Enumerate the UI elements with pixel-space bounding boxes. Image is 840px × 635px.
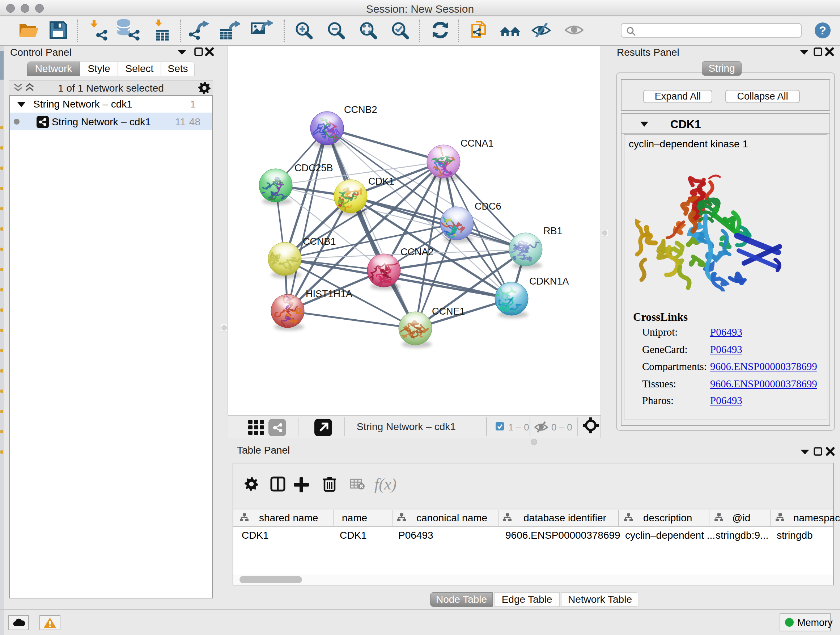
svg-text:CDK1: CDK1	[368, 176, 394, 187]
svg-text:CCNA2: CCNA2	[401, 247, 434, 257]
svg-text:CDC6: CDC6	[475, 201, 501, 212]
svg-text:HIST1H1A: HIST1H1A	[306, 288, 352, 299]
svg-text:CCNB1: CCNB1	[303, 236, 336, 247]
svg-text:CDC25B: CDC25B	[294, 163, 333, 173]
svg-text:CCNE1: CCNE1	[432, 306, 465, 317]
svg-text:CCNB2: CCNB2	[344, 104, 377, 115]
svg-text:RB1: RB1	[543, 226, 562, 236]
svg-text:CDKN1A: CDKN1A	[529, 276, 569, 287]
svg-text:CCNA1: CCNA1	[461, 138, 494, 149]
